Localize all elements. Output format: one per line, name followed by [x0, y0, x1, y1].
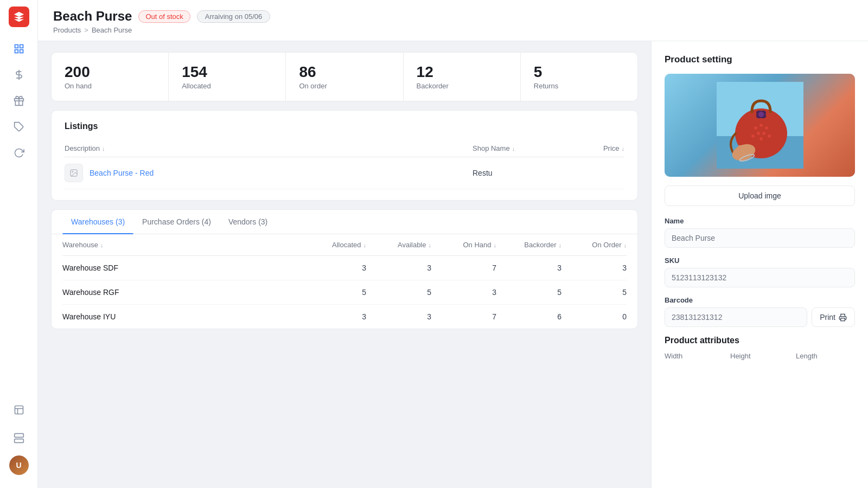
svg-point-24: [762, 132, 765, 135]
out-of-stock-badge: Out of stock: [138, 10, 190, 23]
stat-returns: 5 Returns: [521, 53, 637, 101]
print-icon: [839, 313, 847, 322]
svg-point-27: [768, 134, 771, 138]
svg-point-21: [760, 124, 763, 127]
wh-col-backorder-label: Backorder: [524, 241, 556, 249]
price-sort-icon[interactable]: ↓: [622, 145, 625, 152]
sidebar-icon-grid[interactable]: [8, 38, 30, 60]
svg-point-20: [754, 126, 757, 130]
svg-point-22: [765, 126, 768, 130]
attr-length-label: Length: [796, 352, 855, 360]
wh-onorder-sort-icon[interactable]: ↓: [624, 242, 627, 248]
shop-sort-icon[interactable]: ↓: [512, 145, 515, 152]
warehouse-table-header: Warehouse ↓ Allocated ↓ Available ↓ On: [62, 234, 627, 256]
sidebar: U: [0, 0, 38, 488]
upload-image-button[interactable]: Upload imge: [665, 185, 855, 206]
main-content: Beach Purse Out of stock Arraiving on 05…: [38, 0, 868, 488]
sidebar-icon-layout[interactable]: [8, 399, 30, 421]
name-input[interactable]: [665, 228, 855, 248]
breadcrumb-parent[interactable]: Products: [53, 26, 81, 34]
attrs-title: Product attributes: [665, 336, 855, 345]
tab-warehouses[interactable]: Warehouses (3): [62, 210, 133, 234]
print-button[interactable]: Print: [812, 307, 855, 327]
wh-onorder-iyu: 0: [561, 312, 627, 321]
stat-on-hand-label: On hand: [65, 82, 155, 90]
svg-point-26: [760, 137, 763, 140]
page-title: Beach Purse: [53, 9, 132, 24]
svg-rect-3: [20, 50, 23, 53]
avatar[interactable]: U: [9, 455, 29, 475]
shop-column-label: Shop Name: [473, 144, 510, 152]
stat-on-hand-number: 200: [65, 63, 155, 81]
stat-on-hand: 200 On hand: [52, 53, 169, 101]
desc-sort-icon[interactable]: ↓: [102, 145, 105, 152]
page-header: Beach Purse Out of stock Arraiving on 05…: [38, 0, 868, 41]
svg-point-23: [757, 132, 760, 135]
product-image-placeholder: [665, 74, 855, 177]
sku-input[interactable]: [665, 268, 855, 287]
stat-returns-label: Returns: [534, 82, 624, 90]
listing-name-wrapper: Beach Purse - Red: [90, 168, 473, 178]
sidebar-icon-refresh[interactable]: [8, 142, 30, 164]
svg-rect-11: [14, 434, 23, 438]
barcode-input[interactable]: [665, 307, 807, 327]
wh-col-onhand-label: On Hand: [463, 241, 491, 249]
app-logo[interactable]: [9, 7, 29, 27]
attr-height-label: Height: [730, 352, 789, 360]
wh-onhand-sdf: 7: [431, 264, 496, 272]
wh-allocated-rgf: 5: [301, 288, 366, 297]
wh-name-sdf: Warehouse SDF: [62, 264, 301, 272]
content-area: 200 On hand 154 Allocated 86 On order 12…: [38, 41, 868, 488]
breadcrumb: Products > Beach Purse: [53, 26, 853, 34]
tab-vendors[interactable]: Vendors (3): [220, 210, 276, 234]
wh-onhand-iyu: 7: [431, 312, 496, 321]
stats-row: 200 On hand 154 Allocated 86 On order 12…: [51, 52, 638, 101]
product-image: [665, 74, 855, 177]
listing-row: Beach Purse - Red Restu: [65, 157, 624, 189]
svg-rect-12: [14, 439, 23, 443]
wh-allocated-sdf: 3: [301, 264, 366, 272]
listing-name[interactable]: Beach Purse - Red: [90, 169, 154, 177]
listings-card: Listings Description ↓ Shop Name ↓ Price…: [51, 110, 638, 201]
wh-onorder-rgf: 5: [561, 288, 627, 297]
stat-on-order: 86 On order: [286, 53, 403, 101]
sidebar-icon-dollar[interactable]: [8, 64, 30, 86]
sidebar-icon-tag[interactable]: [8, 116, 30, 138]
svg-rect-0: [15, 45, 18, 48]
desc-column-label: Description: [65, 144, 100, 152]
wh-sort-icon[interactable]: ↓: [100, 242, 104, 248]
svg-rect-2: [15, 50, 18, 53]
sidebar-icon-gift[interactable]: [8, 90, 30, 112]
stat-allocated-number: 154: [182, 63, 272, 81]
listing-shop: Restu: [473, 169, 570, 177]
attr-width-label: Width: [665, 352, 724, 360]
wh-onorder-sdf: 3: [561, 264, 627, 272]
stat-on-order-number: 86: [299, 63, 390, 81]
wh-available-iyu: 3: [366, 312, 431, 321]
stat-on-order-label: On order: [299, 82, 390, 90]
wh-allocated-iyu: 3: [301, 312, 366, 321]
svg-point-16: [72, 171, 73, 172]
wh-col-allocated-label: Allocated: [332, 241, 361, 249]
svg-rect-1: [20, 45, 23, 48]
svg-point-25: [751, 134, 755, 138]
warehouse-table: Warehouse ↓ Allocated ↓ Available ↓ On: [52, 234, 637, 329]
stat-allocated: 154 Allocated: [169, 53, 286, 101]
listings-table-header: Description ↓ Shop Name ↓ Price ↓: [65, 140, 624, 157]
wh-name-rgf: Warehouse RGF: [62, 288, 301, 297]
stat-returns-number: 5: [534, 63, 624, 81]
left-panel: 200 On hand 154 Allocated 86 On order 12…: [38, 41, 651, 488]
sidebar-icon-server[interactable]: [8, 427, 30, 449]
wh-name-iyu: Warehouse IYU: [62, 312, 301, 321]
arriving-badge: Arraiving on 05/06: [197, 10, 271, 23]
wh-backorder-iyu: 6: [496, 312, 561, 321]
listings-title: Listings: [65, 121, 624, 131]
wh-col-warehouse-label: Warehouse: [62, 241, 98, 249]
tab-purchase-orders[interactable]: Purchase Orders (4): [133, 210, 220, 234]
product-setting-title: Product setting: [665, 54, 855, 65]
svg-rect-8: [15, 406, 23, 414]
wh-backorder-sdf: 3: [496, 264, 561, 272]
stat-backorder: 12 Backorder: [404, 53, 521, 101]
breadcrumb-separator: >: [84, 26, 88, 34]
wh-backorder-rgf: 5: [496, 288, 561, 297]
